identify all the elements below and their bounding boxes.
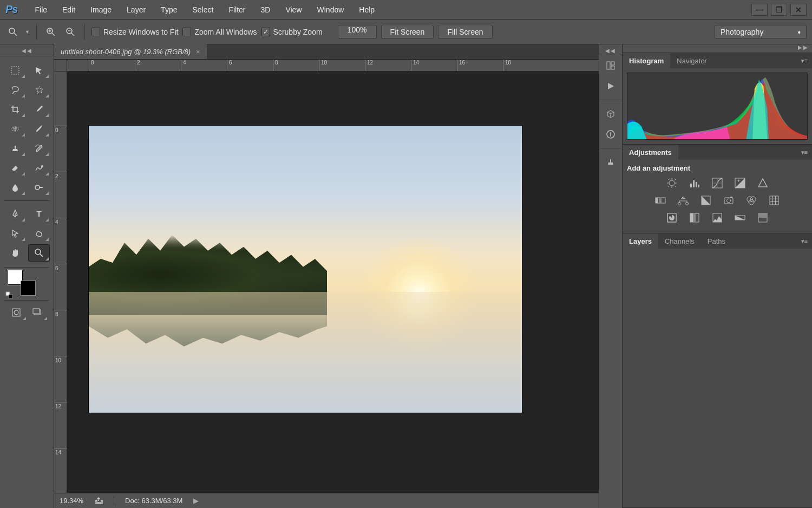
zoom-out-icon[interactable] (63, 24, 78, 40)
menu-select[interactable]: Select (185, 5, 221, 14)
ruler-tick: 14 (54, 448, 67, 455)
menu-help[interactable]: Help (351, 5, 382, 14)
quick-mask-tool[interactable] (5, 304, 27, 321)
menu-filter[interactable]: Filter (221, 5, 253, 14)
curves-icon[interactable] (711, 177, 724, 190)
default-colors-icon[interactable] (5, 291, 13, 299)
posterize-icon[interactable] (688, 211, 701, 224)
menu-file[interactable]: File (27, 5, 55, 14)
color-lookup-icon[interactable] (768, 194, 781, 207)
workspace-dropdown[interactable]: Photography♦ (715, 25, 807, 39)
svg-rect-71 (693, 213, 696, 222)
hue-saturation-icon[interactable] (654, 194, 667, 207)
gradient-tool[interactable] (28, 159, 50, 177)
brush-tool[interactable] (28, 120, 50, 138)
play-icon[interactable] (599, 76, 622, 96)
healing-brush-tool[interactable] (4, 120, 26, 138)
clone-stamp-tool[interactable] (4, 140, 26, 157)
shape-tool[interactable] (28, 225, 50, 242)
layers-list[interactable] (623, 249, 812, 507)
screen-mode-tool[interactable] (27, 304, 49, 321)
clone-source-icon[interactable] (599, 152, 622, 172)
channel-mixer-icon[interactable] (745, 194, 758, 207)
tab-channels[interactable]: Channels (658, 233, 701, 249)
selective-color-icon[interactable] (756, 211, 769, 224)
lasso-tool[interactable] (4, 81, 26, 99)
color-swatches[interactable] (0, 268, 54, 300)
gradient-map-icon[interactable] (734, 211, 746, 224)
close-tab-icon[interactable]: × (196, 48, 200, 56)
menu-view[interactable]: View (278, 5, 309, 14)
menu-edit[interactable]: Edit (55, 5, 83, 14)
canvas-viewport[interactable] (67, 71, 599, 493)
status-arrow-icon[interactable]: ▶ (193, 497, 199, 505)
document-tab[interactable]: untitled shoot-0406.jpg @ 19.3% (RGB/8) … (54, 44, 207, 59)
quick-select-tool[interactable] (28, 81, 50, 99)
menu-type[interactable]: Type (153, 5, 185, 14)
tab-navigator[interactable]: Navigator (670, 53, 713, 68)
tab-paths[interactable]: Paths (701, 233, 732, 249)
eyedropper-tool[interactable] (28, 101, 50, 118)
black-white-icon[interactable] (699, 194, 712, 207)
expand-handle[interactable]: ◀◀ (599, 48, 622, 55)
panel-menu-icon[interactable]: ▾≡ (797, 57, 812, 64)
photo-filter-icon[interactable] (722, 194, 735, 207)
color-balance-icon[interactable] (677, 194, 690, 207)
fit-screen-button[interactable]: Fit Screen (381, 25, 434, 39)
menu-bar: Ps File Edit Image Layer Type Select Fil… (0, 0, 812, 19)
svg-line-35 (668, 179, 669, 180)
scrubby-zoom-checkbox[interactable]: Scrubby Zoom (261, 28, 323, 36)
main-area: ◀◀ T (0, 44, 812, 508)
marquee-tool[interactable] (4, 62, 26, 79)
exposure-icon[interactable]: + (734, 177, 746, 190)
tools-collapse-handle[interactable]: ◀◀ (0, 48, 54, 56)
menu-window[interactable]: Window (310, 5, 352, 14)
type-tool[interactable]: T (28, 205, 50, 223)
close-button[interactable]: ✕ (790, 4, 807, 16)
tab-adjustments[interactable]: Adjustments (623, 145, 678, 160)
eraser-tool[interactable] (4, 159, 26, 177)
brightness-contrast-icon[interactable] (665, 177, 678, 190)
svg-rect-24 (33, 309, 40, 314)
horizontal-ruler[interactable]: 024681012141618 (54, 60, 599, 71)
panel-menu-icon[interactable]: ▾≡ (797, 149, 812, 156)
pen-tool[interactable] (4, 205, 26, 223)
menu-layer[interactable]: Layer (119, 5, 153, 14)
hand-tool[interactable] (4, 244, 26, 262)
vertical-ruler[interactable]: 02468101214 (54, 71, 67, 493)
path-select-tool[interactable] (4, 225, 26, 242)
ruler-origin[interactable] (54, 60, 67, 71)
3d-icon[interactable] (599, 103, 622, 124)
info-icon[interactable]: i (599, 124, 622, 145)
menu-3d[interactable]: 3D (253, 5, 278, 14)
zoom-level-input[interactable]: 100% (338, 25, 377, 39)
menu-image[interactable]: Image (83, 5, 119, 14)
share-icon[interactable] (94, 497, 103, 505)
blur-tool[interactable] (4, 179, 26, 196)
status-zoom[interactable]: 19.34% (60, 497, 83, 505)
fill-screen-button[interactable]: Fill Screen (438, 25, 492, 39)
history-brush-tool[interactable] (28, 140, 50, 157)
move-tool[interactable] (28, 62, 50, 79)
zoom-tool[interactable] (28, 244, 50, 262)
levels-icon[interactable] (688, 177, 701, 190)
mini-bridge-icon[interactable] (599, 55, 622, 76)
panel-menu-icon[interactable]: ▾≡ (797, 238, 812, 245)
maximize-button[interactable]: ❐ (771, 4, 787, 16)
panels-collapse-handle[interactable]: ▶▶ (623, 44, 812, 53)
vibrance-icon[interactable] (756, 177, 769, 190)
crop-tool[interactable] (4, 101, 26, 118)
threshold-icon[interactable] (711, 211, 724, 224)
status-doc-size[interactable]: Doc: 63.3M/63.3M (125, 497, 182, 505)
zoom-all-checkbox[interactable]: Zoom All Windows (182, 28, 257, 36)
resize-windows-checkbox[interactable]: Resize Windows to Fit (91, 28, 178, 36)
minimize-button[interactable]: — (751, 4, 768, 16)
tab-layers[interactable]: Layers (623, 233, 658, 249)
dodge-tool[interactable] (28, 179, 50, 196)
background-swatch[interactable] (21, 281, 36, 296)
tab-histogram[interactable]: Histogram (623, 53, 670, 68)
invert-icon[interactable] (665, 211, 678, 224)
current-tool-icon[interactable] (5, 24, 21, 40)
dropdown-arrow-icon[interactable]: ▼ (25, 29, 30, 35)
zoom-in-icon[interactable] (43, 24, 58, 40)
